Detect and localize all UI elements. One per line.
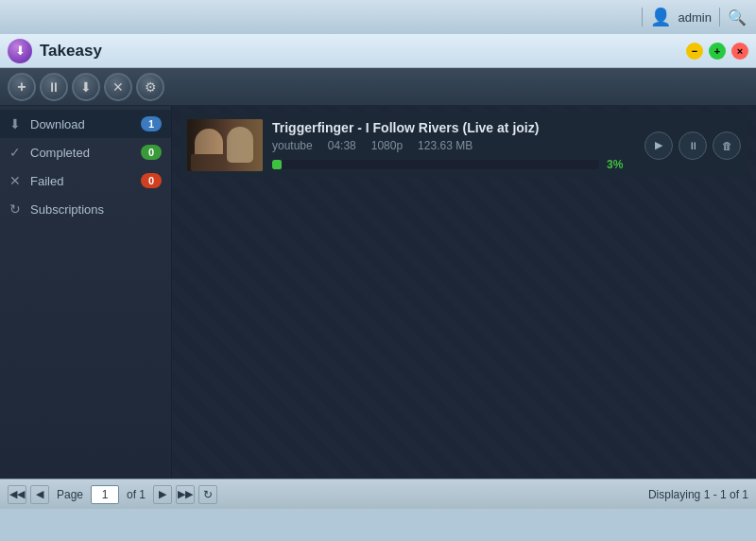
window-title: Takeasy — [40, 42, 102, 61]
sidebar-item-completed[interactable]: ✓ Completed 0 — [0, 138, 171, 166]
user-icon: 👤 — [650, 7, 671, 27]
progress-row: 3% — [272, 158, 635, 171]
maximize-button[interactable]: + — [709, 43, 726, 60]
download-title: Triggerfinger - I Follow Rivers (Live at… — [272, 120, 635, 135]
pause-all-button[interactable]: ⏸ — [40, 73, 68, 101]
last-page-button[interactable]: ▶▶ — [176, 485, 195, 504]
completed-badge: 0 — [141, 145, 162, 160]
pagination-controls: ◀◀ ◀ Page of 1 ▶ ▶▶ ↻ — [8, 485, 217, 504]
app-wrapper: 👤 admin 🔍 ⬇ Takeasy − + × + ⏸ — [0, 0, 756, 541]
play-button[interactable]: ▶ — [644, 131, 673, 160]
download-icon: ⬇ — [80, 79, 92, 95]
refresh-button[interactable]: ↻ — [198, 485, 217, 504]
progress-bar-fill — [272, 160, 282, 169]
app-logo: ⬇ — [8, 39, 32, 63]
plus-icon: + — [17, 79, 26, 96]
of-label: of 1 — [127, 488, 146, 501]
failed-sidebar-icon: ✕ — [8, 173, 23, 188]
cancel-icon: ✕ — [112, 79, 124, 95]
page-number-input[interactable] — [91, 485, 119, 504]
thumbnail — [187, 119, 263, 171]
download-meta: youtube 04:38 1080p 123.63 MB — [272, 139, 635, 152]
download-item: Triggerfinger - I Follow Rivers (Live at… — [180, 113, 748, 177]
download-actions: ▶ ⏸ 🗑 — [644, 131, 741, 160]
page-label: Page — [57, 488, 83, 501]
sidebar-item-failed[interactable]: ✕ Failed 0 — [0, 166, 171, 195]
sidebar-label-subscriptions: Subscriptions — [30, 202, 104, 217]
quality-label: 1080p — [371, 139, 403, 152]
close-button[interactable]: × — [731, 43, 748, 60]
source-label: youtube — [272, 139, 313, 152]
failed-badge: 0 — [141, 173, 162, 188]
delete-button[interactable]: 🗑 — [713, 131, 741, 160]
download-sidebar-icon: ⬇ — [8, 116, 23, 131]
settings-button[interactable]: ⚙ — [136, 73, 164, 101]
pause-icon: ⏸ — [47, 79, 60, 95]
duration-label: 04:38 — [328, 139, 356, 152]
next-page-button[interactable]: ▶ — [153, 485, 172, 504]
sidebar-label-download: Download — [30, 117, 85, 131]
toolbar: + ⏸ ⬇ ✕ ⚙ — [0, 68, 756, 106]
window-titlebar: ⬇ Takeasy − + × — [0, 34, 756, 68]
gear-icon: ⚙ — [145, 79, 157, 95]
cancel-button[interactable]: ✕ — [104, 73, 132, 101]
download-badge: 1 — [141, 116, 162, 131]
start-button[interactable]: ⬇ — [72, 73, 100, 101]
download-info: Triggerfinger - I Follow Rivers (Live at… — [272, 120, 635, 171]
subscriptions-sidebar-icon: ↻ — [8, 201, 23, 217]
main-panel: Triggerfinger - I Follow Rivers (Live at… — [172, 106, 756, 479]
search-icon[interactable]: 🔍 — [728, 9, 747, 26]
pagination-bar: ◀◀ ◀ Page of 1 ▶ ▶▶ ↻ Displaying 1 - 1 o… — [0, 479, 756, 509]
sidebar-item-subscriptions[interactable]: ↻ Subscriptions — [0, 195, 171, 223]
content-area: ⬇ Download 1 ✓ Completed 0 ✕ Failed — [0, 106, 756, 479]
prev-page-button[interactable]: ◀ — [30, 485, 49, 504]
minimize-button[interactable]: − — [686, 43, 703, 60]
progress-bar-background — [272, 160, 599, 169]
username: admin — [679, 10, 712, 25]
progress-percent: 3% — [607, 158, 635, 171]
sidebar: ⬇ Download 1 ✓ Completed 0 ✕ Failed — [0, 106, 172, 479]
sidebar-item-download[interactable]: ⬇ Download 1 — [0, 110, 171, 138]
displaying-label: Displaying 1 - 1 of 1 — [648, 488, 748, 501]
sidebar-label-failed: Failed — [30, 174, 63, 188]
add-button[interactable]: + — [8, 73, 36, 101]
pause-button[interactable]: ⏸ — [679, 131, 707, 160]
sidebar-label-completed: Completed — [30, 146, 90, 160]
size-label: 123.63 MB — [418, 139, 472, 152]
completed-sidebar-icon: ✓ — [8, 145, 23, 160]
first-page-button[interactable]: ◀◀ — [8, 485, 26, 504]
